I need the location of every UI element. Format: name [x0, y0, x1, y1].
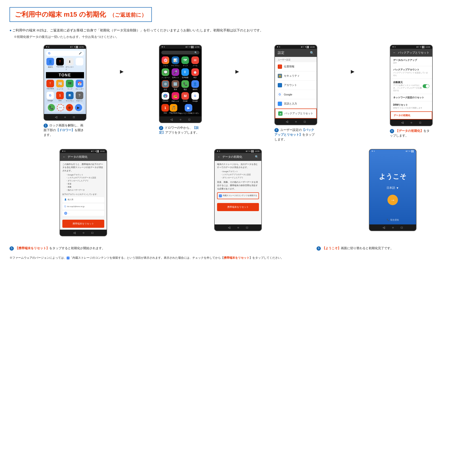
drawer-app-mail: ✉ メール [191, 56, 200, 67]
drawer-app-google: G Google [191, 92, 200, 102]
settings-item-account[interactable]: 👤 アカウント [275, 81, 317, 90]
drawer-app-calculator: 🔢 電卓 [171, 80, 180, 91]
steps-row-1: ▼ ♦ ⊕▽ ✦ ▌▌ 10:51 G 🎤 👤 連絡先 T TSUTAYA [10, 45, 466, 142]
welcome-screen: ようこそ 日本語 ▼ → 📞 緊急通報 [369, 153, 416, 224]
drawer-app-chrome: Chrome [161, 92, 170, 102]
datareset-header-b: ← データの初期化 🔍 [215, 153, 261, 161]
phone-step2: ▼ ≡ ⊕▽ ✦ ▌▌ 12:59 🔍 🌸 フォト 📊 マイプラン 🗺 [159, 45, 202, 123]
reset-button-a[interactable]: 携帯端末をリセット [62, 220, 104, 228]
home-icon: 👤 連絡先 [46, 58, 55, 71]
status-bar-6: ▼ ≡ ⊕▽ ✦ ▌▌ [369, 150, 416, 153]
backup-item-backup[interactable]: データのバックアップ OFF [390, 57, 432, 66]
welcome-emergency[interactable]: 📞 緊急通報 [387, 219, 399, 221]
intro-note: ※初期化後データの復元は一切いたしかねます。十分お気をつけください。 [14, 35, 466, 39]
drawer-grid: 🌸 フォト 📊 マイプラン 🗺 マップ ✉ メール [161, 56, 200, 102]
page-header: ご利用中の端末 m15 の初期化 （ご返送前に） [10, 7, 152, 22]
step-3-caption: 3 ユーザー設定の【バックアップとリセット】をタップします。 [274, 128, 317, 142]
drawer-app-gmail: M Gmail [181, 92, 190, 102]
account-chrome: ... [62, 211, 104, 216]
svg-point-5 [65, 213, 66, 214]
backup-reset-screen: ← バックアップとリセット データのバックアップ OFF バックアップアカウント… [390, 49, 432, 119]
settings-item-google[interactable]: G Google [275, 90, 317, 99]
datareset-header-a: ← データの初期化 [60, 153, 107, 161]
status-bar-2: ▼ ≡ ⊕▽ ✦ ▌▌ 12:59 [159, 45, 201, 49]
welcome-language[interactable]: 日本語 ▼ [387, 186, 399, 190]
account-personal: 👤個人用 [62, 197, 104, 203]
home-icon [75, 58, 84, 71]
status-bar-4: ▼ ≡ ⊕▽ ✦ ▌▌ 13:00 [390, 45, 432, 49]
settings-section: ユーザー設定 [275, 57, 317, 62]
settings-header: 設定 🔍 [275, 49, 317, 57]
drawer-app-message: 💬 メッセージ [161, 68, 170, 79]
drawer-app-settings[interactable]: ⚙ 設定 [161, 80, 170, 91]
welcome-title: ようこそ [379, 172, 407, 181]
reset-button-b[interactable]: 携帯端末をリセット [217, 203, 259, 211]
drawer-app-photo: 🌸 フォト [161, 56, 170, 67]
intro-text: ご利用中の端末 m15は、ご返送前に必ずお客様ご自身で「初期化（データ完全削除）… [10, 28, 466, 33]
welcome-next-button[interactable]: → [388, 195, 398, 205]
status-bar-5b: ▼ ≡ ⊕▽ ✦ ▌▌ 13:55 [215, 150, 261, 153]
datareset-screen-a: ← データの初期化 この操作を行うと、携帯端末の以下のデータを含む内部ストレージ… [60, 153, 107, 230]
nav-bar-4: ◁ ○ □ [390, 119, 432, 126]
nav-bar-5b: ◁ ○ □ [215, 224, 261, 231]
status-bar-3: ▼ ≡ ⊕▽ ✦ ▌▌ 13:00 [275, 45, 317, 49]
phone-step3: ▼ ≡ ⊕▽ ✦ ▌▌ 13:00 設定 🔍 ユーザー設定 📍 位置情報 🔒 セ… [274, 45, 317, 125]
step-4-caption: 4 【データの初期化】をタップします。 [390, 129, 433, 138]
step-2: ▼ ≡ ⊕▽ ✦ ▌▌ 12:59 🔍 🌸 フォト 📊 マイプラン 🗺 [125, 45, 236, 135]
step-3: ▼ ≡ ⊕▽ ✦ ▌▌ 13:00 設定 🔍 ユーザー設定 📍 位置情報 🔒 セ… [240, 45, 351, 142]
nav-bar: ◁ ○ □ [44, 114, 86, 120]
step-4: ▼ ≡ ⊕▽ ✦ ▌▌ 13:00 ← バックアップとリセット データのバックア… [356, 45, 466, 138]
backup-item-account[interactable]: バックアップアカウント バックアップ アカウントを設定していません [390, 66, 432, 79]
bottom-notes: ※ファームウェアのバージョンによっては、✓「内蔵ストレージのコンテンツを保留する… [10, 255, 466, 260]
phone-step6: ▼ ≡ ⊕▽ ✦ ▌▌ ようこそ 日本語 ▼ → 📞 緊急通報 ◁ ○ □ [369, 149, 416, 231]
home-icon: ⬇ ダウンロード [66, 58, 74, 71]
backup-item-autorestore[interactable]: 自動復元 アプリを再インストールするとき、バックアップしたデータを復元する [390, 79, 432, 94]
home-icon: T TSUTAYA [56, 58, 65, 71]
backup-header: ← バックアップとリセット [390, 49, 432, 57]
drawer-app-voice-search: 🎙 音声検索 [181, 68, 190, 79]
settings-screen: 設定 🔍 ユーザー設定 📍 位置情報 🔒 セキュリティ 👤 アカウント [275, 49, 317, 119]
drawer-app-fmradio: 📻 FMラジオ [171, 92, 180, 102]
step-1: ▼ ♦ ⊕▽ ✦ ▌▌ 10:51 G 🎤 👤 連絡先 T TSUTAYA [10, 45, 120, 137]
drawer-search[interactable]: 🔍 [161, 51, 200, 54]
drawer-app-one: 1 One [161, 104, 169, 115]
drawer-app-playmovie: ▶ PlayムービーTONEクーポン [178, 104, 199, 115]
step-2-caption: 2 ドロワーの中から、【設定】アプリをタップします。 [159, 125, 202, 135]
settings-item-backup[interactable]: ☁ バックアップとリセット [275, 108, 317, 119]
nav-bar-2: ◁ ○ □ [159, 116, 201, 122]
drawer-icon[interactable]: ⋯ [57, 104, 64, 111]
settings-item-security[interactable]: 🔒 セキュリティ [275, 71, 317, 81]
home-icon: 📊 マイプラン [66, 92, 74, 102]
backup-item-factory-reset[interactable]: データの初期化 [390, 111, 432, 119]
search-bar[interactable]: G 🎤 [46, 51, 84, 56]
backup-item-drm[interactable]: DRMリセット DRMライセンスを全て削除します [390, 102, 432, 111]
datareset-body-a: この操作を行うと、携帯端末の以下のデータを含む内部ストレージの全データが消去され… [60, 161, 107, 218]
home-icon: 🗺 マップ [66, 80, 74, 90]
step-1-caption: 1 ロック画面を解除し、画面下部の【ドロワー】を開きます。 [44, 123, 86, 137]
dock: 📞 ⋯ ⊕ ▶ [46, 103, 84, 112]
step-6: ▼ ≡ ⊕▽ ✦ ▌▌ ようこそ 日本語 ▼ → 📞 緊急通報 ◁ ○ □ [319, 149, 466, 234]
settings-item-language[interactable]: 🌐 言語と入力 [275, 99, 317, 108]
home-icon: 📰 ニュース [56, 80, 65, 90]
backup-item-network-reset[interactable]: ネットワーク設定のリセット [390, 94, 432, 102]
nav-bar-6: ◁ ○ □ [369, 224, 416, 231]
datareset-screen-b: ← データの初期化 🔍 端末のストレージから、次のデータを含むすべてのデータが消… [215, 153, 261, 224]
drawer-app-contacts: 👤 連絡先 [191, 80, 200, 91]
nav-bar-5a: ◁ ○ □ [60, 230, 107, 236]
steps-row-2: ▼ ≡ ⊕▽ ✦ ▌▌ 13:02 ← データの初期化 この操作を行うと、携帯端… [10, 149, 466, 239]
account-biz: Gbiz-sup2@tone.ne.jp [62, 204, 104, 210]
drawer-app-clock: ⏰ 時計 [191, 68, 200, 79]
nav-bar-3: ◁ ○ □ [275, 119, 317, 125]
drawer-app-voice-rec: 🎤 音声レコ [171, 68, 180, 79]
status-bar-5a: ▼ ≡ ⊕▽ ✦ ▌▌ 13:02 [60, 150, 107, 153]
status-bar-1: ▼ ♦ ⊕▽ ✦ ▌▌ 10:51 [44, 45, 86, 49]
drawer-app-phone: 📞 電話 [181, 80, 190, 91]
phone-step4: ▼ ≡ ⊕▽ ✦ ▌▌ 13:00 ← バックアップとリセット データのバックア… [390, 45, 433, 126]
home-icon: G Google [46, 92, 55, 102]
home-icon: 📅 カレンダー [75, 80, 84, 90]
phone-step5a: ▼ ≡ ⊕▽ ✦ ▌▌ 13:02 ← データの初期化 この操作を行うと、携帯端… [60, 149, 107, 236]
phone-step1: ▼ ♦ ⊕▽ ✦ ▌▌ 10:51 G 🎤 👤 連絡先 T TSUTAYA [44, 45, 86, 121]
home-icon: ? サポート [75, 92, 84, 102]
settings-item-location[interactable]: 📍 位置情報 [275, 62, 317, 71]
home-icon: 1 One [56, 92, 65, 102]
